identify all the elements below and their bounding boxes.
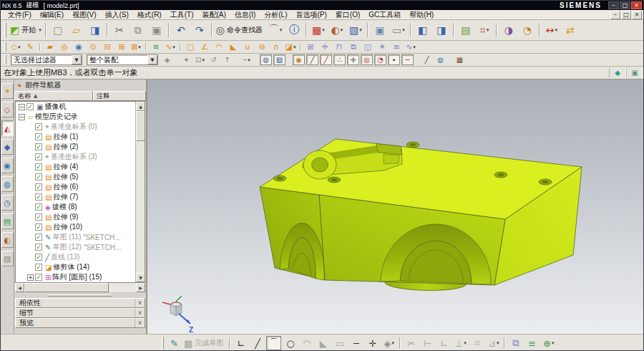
3d-viewport-canvas[interactable]: Z [147, 80, 644, 334]
suppress-checkbox[interactable]: ✓ [35, 264, 42, 271]
tree-item-extrude-9[interactable]: ✓▤拉伸 (9) [16, 212, 145, 222]
dash-style-icon[interactable]: ┄▾ [240, 54, 253, 65]
wave-link-icon[interactable]: ∿▾ [404, 42, 417, 53]
selection-scope-icon[interactable]: ⊡▾ [194, 54, 206, 65]
start-section-icon[interactable]: ◧ [414, 21, 431, 39]
datum-plane-icon[interactable]: ◇▾ [9, 42, 22, 53]
fillet-icon[interactable]: ◠ [299, 336, 314, 350]
scrollbar-thumb[interactable] [24, 283, 109, 292]
column-header-note[interactable]: 注释 [93, 91, 146, 101]
rib-icon[interactable]: ⊠▾ [130, 42, 142, 53]
wireframe-select-icon[interactable]: ▧ [273, 54, 286, 65]
dropdown-caret-icon[interactable]: ▾ [497, 340, 499, 346]
redo-icon[interactable]: ↷ [191, 21, 208, 39]
roles-icon[interactable]: ◐ [1, 232, 14, 248]
menu-information[interactable]: 信息(I) [230, 10, 260, 20]
edit-object-display-icon[interactable]: ◔ [519, 21, 536, 39]
chevron-down-icon[interactable]: ∨ [135, 299, 145, 307]
endpoint-snap-icon[interactable]: ╱ [306, 54, 318, 65]
dropdown-caret-icon[interactable]: ▾ [413, 44, 416, 50]
menu-help[interactable]: 帮助(H) [405, 10, 438, 20]
make-corner-icon[interactable]: ∟ [436, 336, 452, 350]
move-component-icon[interactable]: ✛ [318, 42, 331, 53]
mdi-minimize-button[interactable]: – [610, 11, 620, 19]
profile-icon[interactable]: ∟ [233, 336, 248, 350]
suppress-checkbox[interactable]: ✓ [35, 274, 42, 281]
more-selection-icon[interactable]: ▦ [454, 54, 466, 65]
suppress-checkbox[interactable]: ✓ [35, 244, 42, 251]
suppress-checkbox[interactable]: ✓ [35, 123, 42, 130]
datum-display-icon[interactable]: ⌗▾ [476, 21, 493, 39]
suppress-checkbox[interactable]: ✓ [35, 223, 42, 231]
draft-feature-icon[interactable]: ∠ [198, 42, 211, 53]
measure-distance-icon[interactable]: ↔▾ [543, 21, 560, 39]
dropdown-caret-icon[interactable]: ▾ [202, 57, 205, 63]
chamfer-icon[interactable]: ◣ [227, 42, 240, 53]
finish-sketch-button[interactable]: ▩完成草图 [183, 336, 226, 350]
show-hide-icon[interactable]: ◑ [500, 21, 517, 39]
scroll-left-icon[interactable]: ◀ [15, 283, 24, 292]
menu-preferences[interactable]: 首选项(P) [292, 10, 331, 20]
web-browser-icon[interactable]: ◍ [1, 176, 14, 192]
auto-constrain-icon[interactable]: ⌗ [469, 336, 484, 350]
display-mode-icon[interactable]: ▭▾ [390, 21, 407, 39]
select-highlight-icon[interactable]: ✦ [180, 54, 192, 65]
graphics-window[interactable]: Z [147, 80, 644, 334]
suppress-checkbox[interactable]: ✓ [35, 254, 42, 261]
start-menu-button[interactable]: ◩开始▾ [9, 21, 42, 39]
project-curve-icon[interactable]: ⊕▾ [541, 336, 556, 350]
offset-curve-icon[interactable]: ≡ [525, 336, 540, 350]
panel-splitter[interactable] [14, 292, 146, 298]
shaded-select-icon[interactable]: ◍ [260, 54, 272, 65]
control-point-snap-icon[interactable]: ∴ [333, 54, 346, 65]
menu-analysis[interactable]: 分析(L) [260, 10, 291, 20]
suppress-checkbox[interactable]: ✓ [35, 133, 42, 140]
unite-icon[interactable]: ∪ [241, 42, 254, 53]
collapse-icon[interactable]: − [19, 104, 25, 110]
extrude-icon[interactable]: ▰ [44, 42, 57, 53]
rectangle-icon[interactable]: ▭ [332, 336, 347, 350]
role-icon[interactable]: ◐▾ [328, 21, 346, 39]
restore-button[interactable]: □ [620, 1, 630, 9]
hole-icon[interactable]: ◉ [72, 42, 85, 53]
point-icon[interactable]: ✛ [365, 336, 380, 350]
boss-icon[interactable]: ⊙ [87, 42, 99, 53]
assembly-navigator-icon[interactable]: ✦ [1, 83, 14, 99]
point-on-curve-snap-icon[interactable]: ─ [401, 54, 414, 65]
show-constraints-icon[interactable]: ⊿▾ [486, 336, 501, 350]
selection-scope-dropdown[interactable]: 整个装配 ▼ [87, 54, 158, 65]
reuse-library-icon[interactable]: ◆ [1, 139, 14, 155]
dropdown-caret-icon[interactable]: ▾ [555, 27, 558, 33]
suppress-checkbox[interactable]: ✓ [35, 234, 42, 241]
scroll-right-icon[interactable]: ▶ [136, 283, 145, 292]
column-header-name[interactable]: 名称 ▲ [14, 91, 93, 101]
dropdown-caret-icon[interactable]: ▾ [18, 44, 21, 50]
tree-item-datum-csys-3[interactable]: ✓⌖基准坐标系 (3) [16, 152, 145, 162]
suppress-checkbox[interactable]: ✓ [26, 103, 34, 110]
quadrant-snap-icon[interactable]: ◔ [374, 54, 386, 65]
command-finder-button[interactable]: ◎命令查找器 [215, 21, 265, 39]
menu-assemblies[interactable]: 装配(A) [197, 10, 230, 20]
model-part[interactable] [260, 139, 582, 290]
sequence-icon[interactable]: ≡ [390, 42, 403, 53]
menu-file[interactable]: 文件(F) [4, 10, 36, 20]
midpoint-snap-icon[interactable]: ╱ [320, 54, 332, 65]
deselect-all-icon[interactable]: ↺ [208, 54, 220, 65]
tree-item-extrude-10[interactable]: ✓▤拉伸 (10) [16, 222, 145, 232]
toolbar-grip[interactable] [4, 55, 6, 64]
suppress-checkbox[interactable]: ✓ [35, 213, 42, 221]
toolbar-grip[interactable] [4, 42, 6, 52]
copy-icon[interactable]: ⧉ [130, 21, 147, 39]
paste-icon[interactable]: ▣ [148, 21, 165, 39]
tree-item-sketch-12[interactable]: ✓✎草图 (12)"SKETCH... [16, 242, 145, 252]
save-icon[interactable]: ◨ [87, 21, 104, 39]
quick-trim-icon[interactable]: ✂ [404, 336, 419, 350]
menu-format[interactable]: 格式(R) [133, 10, 166, 20]
arc-icon[interactable]: ⌒ [266, 336, 281, 350]
dropdown-caret-icon[interactable]: ▾ [402, 27, 405, 33]
snap-settings-icon[interactable]: ◈ [161, 54, 173, 65]
pad-icon[interactable]: ⊞ [115, 42, 128, 53]
convert-to-reference-icon[interactable]: ⧉ [508, 336, 523, 350]
tree-item-trim-body-14[interactable]: ✓◪修剪体 (14) [16, 262, 145, 272]
mirror-assembly-icon[interactable]: ◫ [361, 42, 374, 53]
